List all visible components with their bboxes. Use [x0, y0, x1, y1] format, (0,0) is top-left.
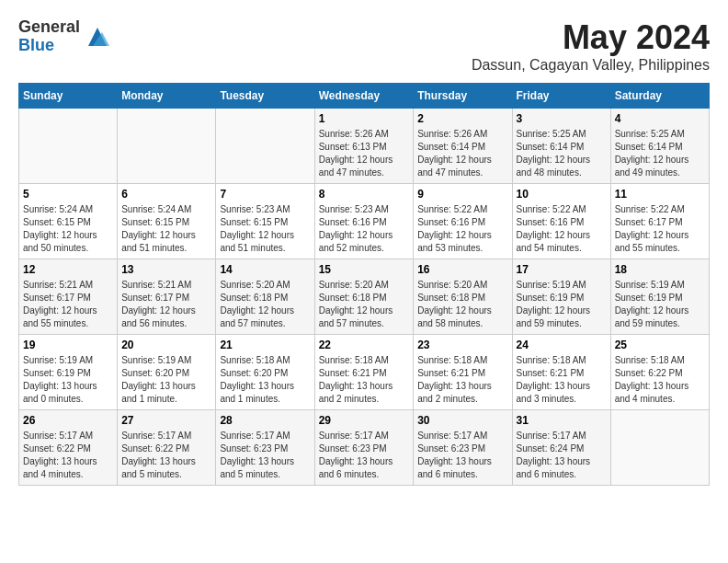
calendar-cell: 8Sunrise: 5:23 AM Sunset: 6:16 PM Daylig…	[314, 184, 414, 259]
day-info: Sunrise: 5:19 AM Sunset: 6:19 PM Dayligh…	[23, 354, 113, 406]
calendar-cell: 1Sunrise: 5:26 AM Sunset: 6:13 PM Daylig…	[314, 109, 414, 184]
day-info: Sunrise: 5:19 AM Sunset: 6:19 PM Dayligh…	[615, 279, 705, 330]
day-info: Sunrise: 5:24 AM Sunset: 6:15 PM Dayligh…	[121, 203, 211, 255]
calendar-cell: 4Sunrise: 5:25 AM Sunset: 6:14 PM Daylig…	[610, 109, 709, 184]
month-year-title: May 2024	[472, 18, 710, 57]
calendar-cell	[610, 410, 709, 486]
calendar-cell: 26Sunrise: 5:17 AM Sunset: 6:22 PM Dayli…	[19, 410, 118, 486]
day-number: 19	[23, 339, 113, 351]
day-info: Sunrise: 5:17 AM Sunset: 6:23 PM Dayligh…	[417, 430, 507, 481]
calendar-header-monday: Monday	[118, 84, 216, 109]
calendar-header-tuesday: Tuesday	[216, 84, 314, 109]
calendar-cell	[118, 109, 216, 184]
day-info: Sunrise: 5:25 AM Sunset: 6:14 PM Dayligh…	[517, 128, 607, 179]
day-number: 2	[417, 112, 507, 125]
calendar-cell: 10Sunrise: 5:22 AM Sunset: 6:16 PM Dayli…	[512, 184, 610, 259]
calendar-cell	[216, 109, 314, 184]
day-info: Sunrise: 5:18 AM Sunset: 6:22 PM Dayligh…	[615, 354, 705, 406]
logo-general: General	[18, 18, 80, 37]
day-number: 20	[121, 339, 211, 351]
day-info: Sunrise: 5:22 AM Sunset: 6:16 PM Dayligh…	[517, 203, 607, 255]
day-number: 11	[615, 188, 705, 201]
day-number: 25	[615, 339, 705, 351]
day-info: Sunrise: 5:18 AM Sunset: 6:20 PM Dayligh…	[220, 354, 310, 406]
day-number: 6	[121, 188, 211, 201]
day-number: 1	[319, 112, 410, 125]
day-info: Sunrise: 5:17 AM Sunset: 6:23 PM Dayligh…	[220, 430, 310, 481]
calendar-header-friday: Friday	[512, 84, 610, 109]
calendar-cell: 23Sunrise: 5:18 AM Sunset: 6:21 PM Dayli…	[414, 335, 512, 410]
calendar-cell: 27Sunrise: 5:17 AM Sunset: 6:22 PM Dayli…	[118, 410, 216, 486]
title-section: May 2024 Dassun, Cagayan Valley, Philipp…	[472, 18, 710, 74]
day-info: Sunrise: 5:23 AM Sunset: 6:16 PM Dayligh…	[319, 203, 410, 255]
day-number: 22	[319, 339, 410, 351]
calendar-header-sunday: Sunday	[19, 84, 118, 109]
calendar-header-saturday: Saturday	[610, 84, 709, 109]
calendar-cell	[19, 109, 118, 184]
logo: General Blue	[18, 18, 111, 55]
day-number: 7	[220, 188, 310, 201]
logo-icon	[84, 23, 111, 51]
calendar-cell: 15Sunrise: 5:20 AM Sunset: 6:18 PM Dayli…	[314, 259, 414, 335]
day-info: Sunrise: 5:20 AM Sunset: 6:18 PM Dayligh…	[417, 279, 507, 330]
day-info: Sunrise: 5:17 AM Sunset: 6:23 PM Dayligh…	[319, 430, 410, 481]
calendar-cell: 31Sunrise: 5:17 AM Sunset: 6:24 PM Dayli…	[512, 410, 610, 486]
calendar-cell: 9Sunrise: 5:22 AM Sunset: 6:16 PM Daylig…	[414, 184, 512, 259]
calendar-row: 5Sunrise: 5:24 AM Sunset: 6:15 PM Daylig…	[19, 184, 710, 259]
calendar-header-row: SundayMondayTuesdayWednesdayThursdayFrid…	[19, 84, 710, 109]
day-number: 13	[121, 263, 211, 276]
day-info: Sunrise: 5:18 AM Sunset: 6:21 PM Dayligh…	[517, 354, 607, 406]
day-number: 18	[615, 263, 705, 276]
calendar-row: 12Sunrise: 5:21 AM Sunset: 6:17 PM Dayli…	[19, 259, 710, 335]
day-number: 21	[220, 339, 310, 351]
calendar-cell: 29Sunrise: 5:17 AM Sunset: 6:23 PM Dayli…	[314, 410, 414, 486]
calendar-cell: 19Sunrise: 5:19 AM Sunset: 6:19 PM Dayli…	[19, 335, 118, 410]
location-subtitle: Dassun, Cagayan Valley, Philippines	[472, 57, 710, 74]
day-info: Sunrise: 5:17 AM Sunset: 6:22 PM Dayligh…	[23, 430, 113, 481]
day-number: 26	[23, 414, 113, 427]
calendar-cell: 2Sunrise: 5:26 AM Sunset: 6:14 PM Daylig…	[414, 109, 512, 184]
day-info: Sunrise: 5:22 AM Sunset: 6:17 PM Dayligh…	[615, 203, 705, 255]
day-number: 3	[517, 112, 607, 125]
calendar-cell: 21Sunrise: 5:18 AM Sunset: 6:20 PM Dayli…	[216, 335, 314, 410]
calendar-cell: 6Sunrise: 5:24 AM Sunset: 6:15 PM Daylig…	[118, 184, 216, 259]
calendar-cell: 7Sunrise: 5:23 AM Sunset: 6:15 PM Daylig…	[216, 184, 314, 259]
calendar-header-thursday: Thursday	[414, 84, 512, 109]
day-info: Sunrise: 5:19 AM Sunset: 6:20 PM Dayligh…	[121, 354, 211, 406]
day-number: 15	[319, 263, 410, 276]
day-number: 5	[23, 188, 113, 201]
calendar-cell: 28Sunrise: 5:17 AM Sunset: 6:23 PM Dayli…	[216, 410, 314, 486]
calendar-cell: 25Sunrise: 5:18 AM Sunset: 6:22 PM Dayli…	[610, 335, 709, 410]
day-info: Sunrise: 5:18 AM Sunset: 6:21 PM Dayligh…	[417, 354, 507, 406]
calendar-cell: 16Sunrise: 5:20 AM Sunset: 6:18 PM Dayli…	[414, 259, 512, 335]
day-info: Sunrise: 5:21 AM Sunset: 6:17 PM Dayligh…	[121, 279, 211, 330]
day-info: Sunrise: 5:17 AM Sunset: 6:24 PM Dayligh…	[517, 430, 607, 481]
day-info: Sunrise: 5:20 AM Sunset: 6:18 PM Dayligh…	[319, 279, 410, 330]
calendar-table: SundayMondayTuesdayWednesdayThursdayFrid…	[18, 83, 710, 486]
day-info: Sunrise: 5:25 AM Sunset: 6:14 PM Dayligh…	[615, 128, 705, 179]
day-number: 31	[517, 414, 607, 427]
calendar-row: 19Sunrise: 5:19 AM Sunset: 6:19 PM Dayli…	[19, 335, 710, 410]
day-info: Sunrise: 5:17 AM Sunset: 6:22 PM Dayligh…	[121, 430, 211, 481]
day-info: Sunrise: 5:18 AM Sunset: 6:21 PM Dayligh…	[319, 354, 410, 406]
day-info: Sunrise: 5:23 AM Sunset: 6:15 PM Dayligh…	[220, 203, 310, 255]
day-number: 10	[517, 188, 607, 201]
day-number: 27	[121, 414, 211, 427]
calendar-cell: 17Sunrise: 5:19 AM Sunset: 6:19 PM Dayli…	[512, 259, 610, 335]
day-number: 28	[220, 414, 310, 427]
header: General Blue May 2024 Dassun, Cagayan Va…	[18, 18, 710, 74]
day-number: 14	[220, 263, 310, 276]
day-info: Sunrise: 5:24 AM Sunset: 6:15 PM Dayligh…	[23, 203, 113, 255]
calendar-cell: 11Sunrise: 5:22 AM Sunset: 6:17 PM Dayli…	[610, 184, 709, 259]
day-number: 8	[319, 188, 410, 201]
calendar-cell: 30Sunrise: 5:17 AM Sunset: 6:23 PM Dayli…	[414, 410, 512, 486]
calendar-cell: 5Sunrise: 5:24 AM Sunset: 6:15 PM Daylig…	[19, 184, 118, 259]
day-info: Sunrise: 5:20 AM Sunset: 6:18 PM Dayligh…	[220, 279, 310, 330]
day-number: 9	[417, 188, 507, 201]
calendar-cell: 24Sunrise: 5:18 AM Sunset: 6:21 PM Dayli…	[512, 335, 610, 410]
calendar-cell: 13Sunrise: 5:21 AM Sunset: 6:17 PM Dayli…	[118, 259, 216, 335]
day-number: 29	[319, 414, 410, 427]
logo-blue: Blue	[18, 37, 80, 55]
day-number: 12	[23, 263, 113, 276]
calendar-cell: 22Sunrise: 5:18 AM Sunset: 6:21 PM Dayli…	[314, 335, 414, 410]
